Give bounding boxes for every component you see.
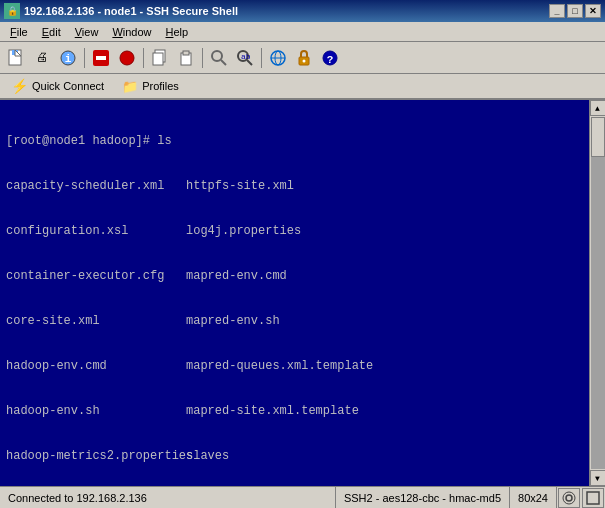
svg-rect-9	[153, 53, 163, 65]
terminal[interactable]: [root@node1 hadoop]# ls capacity-schedul…	[0, 100, 589, 486]
svg-text:i: i	[65, 53, 72, 65]
svg-text:?: ?	[327, 53, 334, 65]
window-controls[interactable]: _ □ ✕	[549, 4, 601, 18]
toolbar-stop[interactable]	[89, 46, 113, 70]
toolbar: 🖨 i ab ?	[0, 42, 605, 74]
terminal-line-3: configuration.xsllog4j.properties	[6, 224, 583, 239]
terminal-line-8: hadoop-metrics2.propertiesslaves	[6, 449, 583, 464]
status-bar: Connected to 192.168.2.136 SSH2 - aes128…	[0, 486, 605, 508]
toolbar-security[interactable]	[292, 46, 316, 70]
window-title: 192.168.2.136 - node1 - SSH Secure Shell	[24, 5, 238, 17]
toolbar-help[interactable]: ?	[318, 46, 342, 70]
menu-bar: File Edit View Window Help	[0, 22, 605, 42]
svg-point-7	[120, 51, 134, 65]
terminal-line-7: hadoop-env.shmapred-site.xml.template	[6, 404, 583, 419]
terminal-line-6: hadoop-env.cmdmapred-queues.xml.template	[6, 359, 583, 374]
profiles-button[interactable]: 📁 Profiles	[115, 76, 186, 97]
size-text: 80x24	[518, 492, 548, 504]
scrollbar[interactable]: ▲ ▼	[589, 100, 605, 486]
toolbar-globe[interactable]	[266, 46, 290, 70]
menu-view[interactable]: View	[69, 24, 105, 40]
status-size: 80x24	[510, 487, 557, 508]
minimize-button[interactable]: _	[549, 4, 565, 18]
svg-text:ab: ab	[241, 52, 251, 61]
svg-point-21	[303, 59, 306, 62]
terminal-line-1: [root@node1 hadoop]# ls	[6, 134, 583, 149]
status-encryption: SSH2 - aes128-cbc - hmac-md5	[336, 487, 510, 508]
connection-text: Connected to 192.168.2.136	[8, 492, 147, 504]
status-resize-button[interactable]	[582, 488, 604, 508]
svg-rect-6	[96, 56, 106, 60]
menu-window[interactable]: Window	[106, 24, 157, 40]
toolbar-separator-1	[84, 48, 85, 68]
profiles-label: Profiles	[142, 80, 179, 92]
svg-line-13	[221, 60, 226, 65]
toolbar-print[interactable]: 🖨	[30, 46, 54, 70]
toolbar-new[interactable]	[4, 46, 28, 70]
title-bar-left: 🔒 192.168.2.136 - node1 - SSH Secure She…	[4, 3, 238, 19]
svg-point-24	[566, 495, 572, 501]
toolbar-copy[interactable]	[148, 46, 172, 70]
toolbar-record[interactable]	[115, 46, 139, 70]
status-settings-button[interactable]	[558, 488, 580, 508]
terminal-wrapper: [root@node1 hadoop]# ls capacity-schedul…	[0, 100, 605, 486]
svg-rect-26	[587, 492, 599, 504]
svg-rect-11	[183, 51, 189, 55]
encryption-text: SSH2 - aes128-cbc - hmac-md5	[344, 492, 501, 504]
terminal-line-4: container-executor.cfgmapred-env.cmd	[6, 269, 583, 284]
scroll-up-button[interactable]: ▲	[590, 100, 606, 116]
quick-connect-button[interactable]: ⚡ Quick Connect	[4, 75, 111, 97]
toolbar-separator-4	[261, 48, 262, 68]
scroll-track[interactable]	[591, 117, 605, 469]
close-button[interactable]: ✕	[585, 4, 601, 18]
toolbar-search[interactable]	[207, 46, 231, 70]
svg-point-12	[212, 51, 222, 61]
quick-connect-icon: ⚡	[11, 78, 28, 94]
profiles-icon: 📁	[122, 79, 138, 94]
toolbar-find[interactable]: ab	[233, 46, 257, 70]
terminal-line-5: core-site.xmlmapred-env.sh	[6, 314, 583, 329]
status-connection: Connected to 192.168.2.136	[0, 487, 336, 508]
svg-point-25	[563, 492, 575, 504]
maximize-button[interactable]: □	[567, 4, 583, 18]
title-bar: 🔒 192.168.2.136 - node1 - SSH Secure She…	[0, 0, 605, 22]
quick-connect-label: Quick Connect	[32, 80, 104, 92]
scroll-down-button[interactable]: ▼	[590, 470, 606, 486]
menu-file[interactable]: File	[4, 24, 34, 40]
app-icon: 🔒	[4, 3, 20, 19]
toolbar-separator-3	[202, 48, 203, 68]
quickconnect-bar: ⚡ Quick Connect 📁 Profiles	[0, 74, 605, 100]
scroll-thumb[interactable]	[591, 117, 605, 157]
toolbar-separator-2	[143, 48, 144, 68]
toolbar-paste[interactable]	[174, 46, 198, 70]
terminal-line-2: capacity-scheduler.xmlhttpfs-site.xml	[6, 179, 583, 194]
menu-help[interactable]: Help	[160, 24, 195, 40]
toolbar-btn3[interactable]: i	[56, 46, 80, 70]
menu-edit[interactable]: Edit	[36, 24, 67, 40]
